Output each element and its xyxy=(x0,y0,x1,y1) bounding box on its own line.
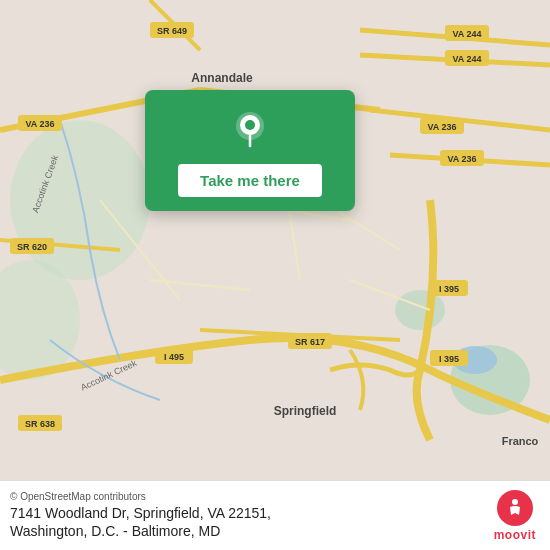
svg-text:VA 236: VA 236 xyxy=(25,119,54,129)
svg-text:SR 638: SR 638 xyxy=(25,419,55,429)
info-bar: © OpenStreetMap contributors 7141 Woodla… xyxy=(0,480,550,550)
svg-text:SR 617: SR 617 xyxy=(295,337,325,347)
svg-text:I 395: I 395 xyxy=(439,354,459,364)
svg-text:Annandale: Annandale xyxy=(191,71,253,85)
address-line2: Washington, D.C. - Baltimore, MD xyxy=(10,522,271,540)
address-line1: 7141 Woodland Dr, Springfield, VA 22151, xyxy=(10,504,271,522)
svg-point-55 xyxy=(512,499,518,505)
moovit-icon-svg xyxy=(504,497,526,519)
svg-text:VA 236: VA 236 xyxy=(427,122,456,132)
svg-text:I 495: I 495 xyxy=(164,352,184,362)
svg-text:I 395: I 395 xyxy=(439,284,459,294)
moovit-icon xyxy=(497,490,533,526)
take-me-there-button[interactable]: Take me there xyxy=(178,164,322,197)
svg-text:SR 620: SR 620 xyxy=(17,242,47,252)
osm-credit: © OpenStreetMap contributors xyxy=(10,491,271,502)
map-container: SR 649 VA 236 VA 244 VA 244 VA 236 VA 23… xyxy=(0,0,550,480)
svg-text:Springfield: Springfield xyxy=(274,404,337,418)
location-pin-icon xyxy=(228,108,272,152)
svg-text:Franco: Franco xyxy=(502,435,539,447)
svg-text:VA 244: VA 244 xyxy=(452,29,481,39)
svg-point-54 xyxy=(245,120,255,130)
info-left: © OpenStreetMap contributors 7141 Woodla… xyxy=(10,491,271,540)
svg-point-1 xyxy=(10,120,150,280)
map-svg: SR 649 VA 236 VA 244 VA 244 VA 236 VA 23… xyxy=(0,0,550,480)
location-card: Take me there xyxy=(145,90,355,211)
moovit-text: moovit xyxy=(494,528,536,542)
svg-text:VA 244: VA 244 xyxy=(452,54,481,64)
moovit-logo: moovit xyxy=(494,490,536,542)
svg-text:SR 649: SR 649 xyxy=(157,26,187,36)
svg-text:VA 236: VA 236 xyxy=(447,154,476,164)
